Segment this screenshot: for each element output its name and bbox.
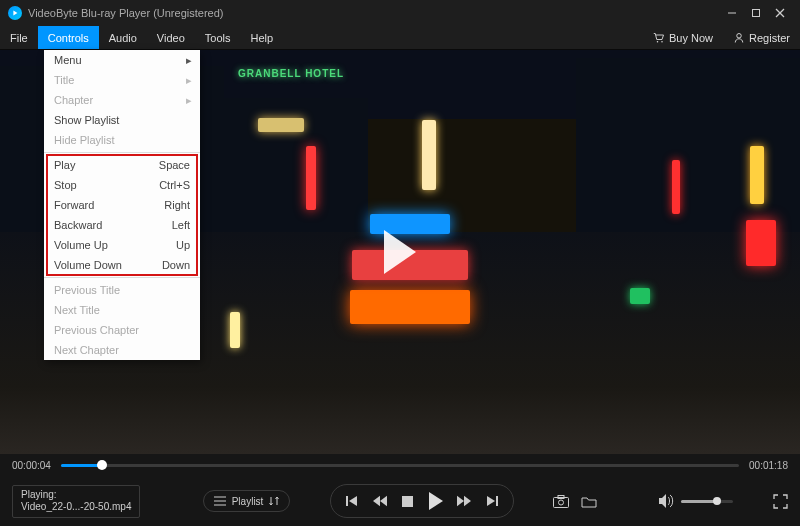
hotel-sign: GRANBELL HOTEL	[238, 68, 344, 79]
sort-icon	[269, 496, 279, 506]
dropdown-item[interactable]: Volume DownDown	[44, 255, 200, 275]
svg-marker-23	[659, 494, 666, 508]
playlist-icon	[214, 496, 226, 506]
volume-slider[interactable]	[681, 500, 733, 503]
svg-marker-18	[487, 496, 495, 506]
time-current: 00:00:04	[12, 460, 51, 471]
controlbar: Playing: Video_22-0...-20-50.mp4 Playlis…	[0, 476, 800, 526]
svg-point-7	[737, 33, 742, 38]
dropdown-item[interactable]: PlaySpace	[44, 155, 200, 175]
dropdown-item: Previous Title	[44, 280, 200, 300]
play-button[interactable]	[429, 492, 443, 510]
register-button[interactable]: Register	[723, 32, 800, 44]
app-icon	[8, 6, 22, 20]
svg-rect-2	[753, 10, 760, 17]
menu-audio[interactable]: Audio	[99, 26, 147, 49]
menu-video[interactable]: Video	[147, 26, 195, 49]
svg-point-6	[661, 41, 663, 43]
playlist-button[interactable]: Playlist	[203, 490, 291, 512]
buy-now-button[interactable]: Buy Now	[643, 32, 723, 44]
stop-button[interactable]	[401, 494, 415, 508]
svg-marker-13	[373, 496, 380, 507]
open-button[interactable]	[581, 493, 597, 509]
volume-icon[interactable]	[659, 493, 675, 509]
menu-file[interactable]: File	[0, 26, 38, 49]
now-playing-label: Playing:	[21, 489, 131, 502]
time-total: 00:01:18	[749, 460, 788, 471]
minimize-button[interactable]	[720, 1, 744, 25]
dropdown-item[interactable]: StopCtrl+S	[44, 175, 200, 195]
cart-icon	[653, 32, 665, 44]
prev-button[interactable]	[345, 494, 359, 508]
menu-tools[interactable]: Tools	[195, 26, 241, 49]
dropdown-item: Hide Playlist	[44, 130, 200, 150]
rewind-button[interactable]	[373, 494, 387, 508]
menu-help[interactable]: Help	[240, 26, 283, 49]
dropdown-item: Next Title	[44, 300, 200, 320]
dropdown-item[interactable]: ForwardRight	[44, 195, 200, 215]
user-icon	[733, 32, 745, 44]
timebar: 00:00:04 00:01:18	[0, 454, 800, 476]
transport-controls	[330, 484, 514, 518]
svg-rect-15	[402, 496, 413, 507]
svg-point-5	[657, 41, 659, 43]
svg-rect-11	[346, 496, 348, 506]
dropdown-item: Previous Chapter	[44, 320, 200, 340]
menu-controls[interactable]: Controls	[38, 26, 99, 49]
dropdown-item[interactable]: BackwardLeft	[44, 215, 200, 235]
svg-point-22	[558, 500, 563, 505]
snapshot-button[interactable]	[553, 493, 569, 509]
dropdown-item[interactable]: Volume UpUp	[44, 235, 200, 255]
svg-marker-14	[380, 496, 387, 507]
dropdown-item[interactable]: Menu▸	[44, 50, 200, 70]
now-playing-panel: Playing: Video_22-0...-20-50.mp4	[12, 485, 140, 518]
forward-button[interactable]	[457, 494, 471, 508]
svg-rect-19	[496, 496, 498, 506]
dropdown-item: Title▸	[44, 70, 200, 90]
svg-marker-17	[464, 496, 471, 507]
maximize-button[interactable]	[744, 1, 768, 25]
seek-slider[interactable]	[61, 464, 739, 467]
dropdown-item: Chapter▸	[44, 90, 200, 110]
dropdown-item: Next Chapter	[44, 340, 200, 360]
titlebar: VideoByte Blu-ray Player (Unregistered)	[0, 0, 800, 26]
menubar: FileControlsAudioVideoToolsHelp Buy Now …	[0, 26, 800, 50]
fullscreen-button[interactable]	[772, 493, 788, 509]
volume-control	[659, 493, 733, 509]
svg-marker-0	[13, 11, 17, 16]
dropdown-item[interactable]: Show Playlist	[44, 110, 200, 130]
app-title: VideoByte Blu-ray Player (Unregistered)	[28, 7, 223, 19]
svg-marker-16	[457, 496, 464, 507]
next-button[interactable]	[485, 494, 499, 508]
close-button[interactable]	[768, 1, 792, 25]
svg-marker-12	[349, 496, 357, 506]
controls-dropdown: Menu▸Title▸Chapter▸Show PlaylistHide Pla…	[44, 50, 200, 360]
now-playing-file: Video_22-0...-20-50.mp4	[21, 501, 131, 514]
play-overlay-icon[interactable]	[384, 230, 416, 274]
